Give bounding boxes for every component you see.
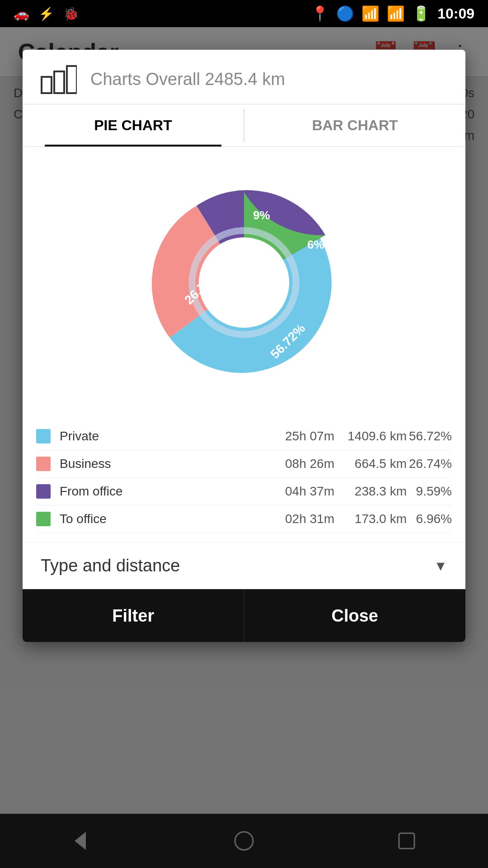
legend-dist-business: 664.5 km (334, 457, 407, 471)
donut-chart: 56.72% 26.74% 9% 6% (127, 165, 361, 400)
svg-rect-1 (54, 71, 64, 93)
bluetooth-icon: 🔵 (336, 5, 354, 22)
chart-area: 56.72% 26.74% 9% 6% (23, 147, 465, 418)
status-bar-left: 🚗 ⚡ 🐞 (14, 6, 79, 21)
legend-time-private: 25h 07m (262, 429, 334, 443)
status-bar: 🚗 ⚡ 🐞 📍 🔵 📶 📶 🔋 10:09 (0, 0, 488, 27)
modal-header: Charts Overall 2485.4 km (23, 50, 465, 104)
legend-pct-to-office: 6.96% (407, 512, 452, 526)
signal-icon: 📶 (387, 5, 405, 22)
modal-dialog: Charts Overall 2485.4 km PIE CHART BAR C… (23, 50, 465, 642)
usb-icon: ⚡ (38, 6, 54, 21)
time-display: 10:09 (437, 5, 474, 22)
filter-button[interactable]: Filter (23, 590, 244, 642)
svg-rect-0 (42, 77, 52, 93)
legend-color-private (36, 429, 51, 443)
legend-pct-private: 56.72% (407, 429, 452, 443)
wifi-icon: 📶 (361, 5, 380, 22)
battery-icon: 🔋 (412, 5, 430, 22)
legend-row-to-office: To office 02h 31m 173.0 km 6.96% (36, 505, 452, 533)
chart-legend: Private 25h 07m 1409.6 km 56.72% Busines… (23, 418, 465, 542)
legend-pct-from-office: 9.59% (407, 484, 452, 499)
legend-dist-private: 1409.6 km (334, 429, 407, 443)
status-bar-right: 📍 🔵 📶 📶 🔋 10:09 (311, 5, 474, 22)
debug-icon: 🐞 (63, 6, 79, 21)
legend-label-private: Private (60, 429, 262, 443)
legend-row-business: Business 08h 26m 664.5 km 26.74% (36, 450, 452, 478)
svg-text:9%: 9% (253, 208, 270, 222)
legend-label-to-office: To office (60, 512, 262, 526)
legend-label-business: Business (60, 457, 262, 471)
legend-pct-business: 26.74% (407, 457, 452, 471)
background-app: Calendar 📅 📆 ⋮ De0s CW20 0m Charts Overa… (0, 27, 488, 868)
chevron-down-icon: ▼ (434, 558, 447, 574)
legend-time-from-office: 04h 37m (262, 484, 334, 499)
legend-dist-to-office: 173.0 km (334, 512, 407, 526)
modal-footer: Filter Close (23, 589, 465, 642)
legend-row-from-office: From office 04h 37m 238.3 km 9.59% (36, 478, 452, 505)
legend-color-business (36, 457, 51, 471)
car-icon: 🚗 (14, 6, 29, 21)
donut-svg: 56.72% 26.74% 9% 6% (127, 165, 361, 400)
svg-rect-2 (67, 66, 77, 93)
modal-title: Charts Overall 2485.4 km (90, 70, 285, 89)
svg-text:6%: 6% (307, 238, 324, 251)
close-button[interactable]: Close (244, 590, 466, 642)
bar-chart-header-icon (41, 63, 77, 95)
legend-color-from-office (36, 484, 51, 499)
legend-dist-from-office: 238.3 km (334, 484, 407, 499)
legend-label-from-office: From office (60, 484, 262, 499)
legend-time-business: 08h 26m (262, 457, 334, 471)
legend-color-to-office (36, 512, 51, 526)
type-distance-dropdown[interactable]: Type and distance ▼ (23, 542, 465, 589)
chart-tabs: PIE CHART BAR CHART (23, 104, 465, 147)
legend-row-private: Private 25h 07m 1409.6 km 56.72% (36, 423, 452, 450)
tab-bar-chart[interactable]: BAR CHART (244, 104, 465, 146)
legend-time-to-office: 02h 31m (262, 512, 334, 526)
dropdown-label: Type and distance (41, 556, 180, 576)
tab-pie-chart[interactable]: PIE CHART (23, 104, 244, 146)
location-icon: 📍 (311, 5, 329, 22)
